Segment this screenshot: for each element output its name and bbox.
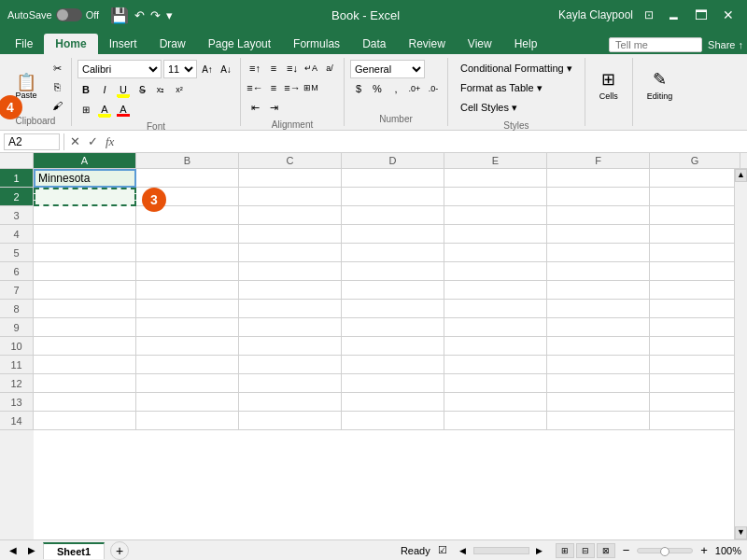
cell-e6[interactable] — [444, 262, 547, 281]
cell-g8[interactable] — [650, 300, 734, 318]
cell-a7[interactable] — [34, 281, 136, 300]
cell-e5[interactable] — [444, 244, 547, 262]
dec-decrease-button[interactable]: .0- — [425, 80, 442, 97]
tell-me-input[interactable] — [609, 37, 702, 52]
cell-f9[interactable] — [547, 318, 650, 337]
cell-b5[interactable] — [136, 244, 239, 262]
quick-access-dropdown[interactable]: ▾ — [166, 8, 173, 22]
cell-b13[interactable] — [136, 393, 239, 412]
underline-button[interactable]: U — [115, 81, 132, 98]
cell-f10[interactable] — [547, 337, 650, 356]
ribbon-display-icon[interactable]: ⊡ — [644, 8, 654, 21]
cell-b10[interactable] — [136, 337, 239, 356]
copy-button[interactable]: ⎘ — [49, 78, 65, 95]
scroll-track[interactable] — [735, 182, 747, 526]
cell-g13[interactable] — [650, 393, 734, 412]
zoom-thumb[interactable] — [660, 547, 669, 556]
prev-sheet-button[interactable]: ◀ — [6, 543, 21, 558]
sheet-tab-sheet1[interactable]: Sheet1 — [43, 542, 105, 559]
row-num-5[interactable]: 5 — [0, 244, 34, 262]
cell-b9[interactable] — [136, 318, 239, 337]
cancel-formula-button[interactable]: ✕ — [68, 133, 82, 150]
cell-g14[interactable] — [650, 412, 734, 430]
cell-b7[interactable] — [136, 281, 239, 300]
percent-button[interactable]: % — [369, 80, 386, 97]
col-header-f[interactable]: F — [547, 153, 650, 168]
cell-a9[interactable] — [34, 318, 136, 337]
angle-text-button[interactable]: a/ — [321, 60, 338, 77]
cell-f14[interactable] — [547, 412, 650, 430]
tab-draw[interactable]: Draw — [148, 34, 197, 54]
cell-b14[interactable] — [136, 412, 239, 430]
cell-g5[interactable] — [650, 244, 734, 262]
scroll-down-button[interactable]: ▼ — [735, 526, 747, 539]
cell-c7[interactable] — [239, 281, 342, 300]
row-num-8[interactable]: 8 — [0, 300, 34, 318]
cell-e7[interactable] — [444, 281, 547, 300]
row-num-12[interactable]: 12 — [0, 374, 34, 393]
strikethrough-button[interactable]: S̶ — [134, 81, 150, 98]
cell-b1[interactable] — [136, 169, 239, 188]
subscript-button[interactable]: x₂ — [152, 81, 169, 98]
autosave-toggle[interactable] — [56, 8, 82, 21]
scroll-left-button[interactable]: ◀ — [455, 542, 472, 559]
cell-b12[interactable] — [136, 374, 239, 393]
cut-button[interactable]: ✂ — [49, 60, 65, 77]
tab-home[interactable]: Home — [44, 34, 97, 54]
cell-e1[interactable] — [444, 169, 547, 188]
cell-a2[interactable] — [34, 188, 136, 206]
tab-page-layout[interactable]: Page Layout — [197, 34, 282, 54]
align-middle-button[interactable]: ≡ — [265, 60, 282, 77]
row-num-7[interactable]: 7 — [0, 281, 34, 300]
cell-a8[interactable] — [34, 300, 136, 318]
cell-d11[interactable] — [342, 356, 444, 374]
cell-g4[interactable] — [650, 225, 734, 244]
number-format-select[interactable]: General — [350, 60, 425, 78]
row-num-2[interactable]: 2 — [0, 188, 34, 206]
cell-d5[interactable] — [342, 244, 444, 262]
tab-file[interactable]: File — [4, 34, 44, 54]
cell-g12[interactable] — [650, 374, 734, 393]
cell-c9[interactable] — [239, 318, 342, 337]
cell-f5[interactable] — [547, 244, 650, 262]
cell-d6[interactable] — [342, 262, 444, 281]
cell-a10[interactable] — [34, 337, 136, 356]
col-header-c[interactable]: C — [239, 153, 342, 168]
insert-function-button[interactable]: fx — [104, 133, 116, 151]
cell-d13[interactable] — [342, 393, 444, 412]
cell-c10[interactable] — [239, 337, 342, 356]
cell-b11[interactable] — [136, 356, 239, 374]
col-header-a[interactable]: A — [34, 153, 136, 168]
cell-c3[interactable] — [239, 206, 342, 225]
share-button[interactable]: Share ↑ — [708, 39, 743, 50]
cell-f8[interactable] — [547, 300, 650, 318]
cell-f1[interactable] — [547, 169, 650, 188]
minimize-button[interactable]: 🗕 — [661, 6, 685, 24]
cell-d14[interactable] — [342, 412, 444, 430]
align-left-button[interactable]: ≡← — [247, 79, 263, 96]
increase-indent-button[interactable]: ⇥ — [265, 99, 282, 116]
comma-button[interactable]: , — [388, 80, 404, 97]
h-scroll-track[interactable] — [473, 547, 529, 554]
cell-c5[interactable] — [239, 244, 342, 262]
row-num-6[interactable]: 6 — [0, 262, 34, 281]
cell-e10[interactable] — [444, 337, 547, 356]
font-color-button[interactable]: A — [115, 101, 132, 118]
cell-a12[interactable] — [34, 374, 136, 393]
cell-b8[interactable] — [136, 300, 239, 318]
align-right-button[interactable]: ≡→ — [284, 79, 301, 96]
cell-e9[interactable] — [444, 318, 547, 337]
cell-g9[interactable] — [650, 318, 734, 337]
cell-g7[interactable] — [650, 281, 734, 300]
tab-data[interactable]: Data — [351, 34, 397, 54]
restore-button[interactable]: 🗖 — [689, 6, 713, 24]
cell-a6[interactable] — [34, 262, 136, 281]
normal-view-button[interactable]: ⊞ — [556, 543, 574, 558]
cell-a13[interactable] — [34, 393, 136, 412]
cell-d9[interactable] — [342, 318, 444, 337]
bold-button[interactable]: B — [78, 81, 94, 98]
cell-a3[interactable] — [34, 206, 136, 225]
cell-d4[interactable] — [342, 225, 444, 244]
col-header-d[interactable]: D — [342, 153, 444, 168]
cell-f3[interactable] — [547, 206, 650, 225]
